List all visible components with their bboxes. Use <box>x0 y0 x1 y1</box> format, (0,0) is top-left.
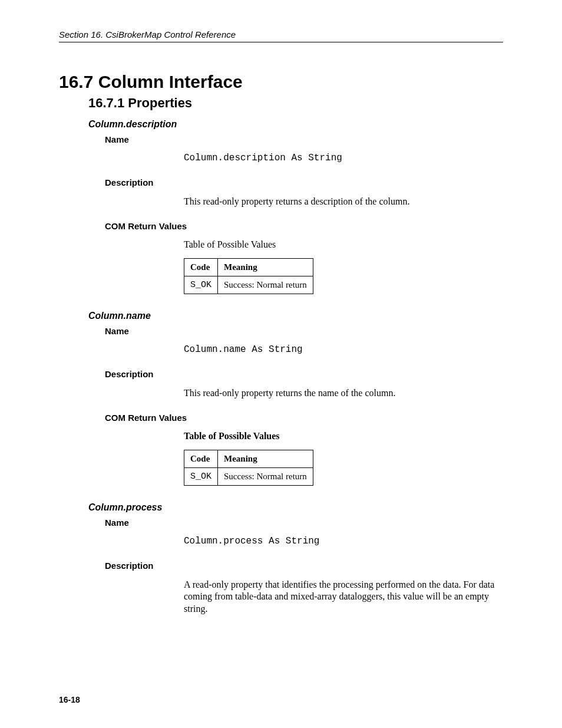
property-title-description: Column.description <box>88 119 503 130</box>
table-row: S_OK Success: Normal return <box>184 276 313 294</box>
col-header-meaning: Meaning <box>218 258 313 276</box>
code-signature: Column.process As String <box>184 536 503 546</box>
property-title-process: Column.process <box>88 502 503 513</box>
heading-section: 16.7 Column Interface <box>59 72 503 92</box>
page-number: 16-18 <box>59 695 80 704</box>
page: Section 16. CsiBrokerMap Control Referen… <box>0 0 562 728</box>
table-header-row: Code Meaning <box>184 258 313 276</box>
description-text: This read-only property returns a descri… <box>184 196 502 208</box>
label-description: Description <box>105 369 503 379</box>
table-caption: Table of Possible Values <box>184 239 503 250</box>
table-row: S_OK Success: Normal return <box>184 467 313 485</box>
running-header: Section 16. CsiBrokerMap Control Referen… <box>59 29 503 42</box>
table-header-row: Code Meaning <box>184 450 313 467</box>
description-text: This read-only property returns the name… <box>184 387 502 400</box>
cell-code: S_OK <box>184 467 218 485</box>
return-values-table: Code Meaning S_OK Success: Normal return <box>184 450 313 486</box>
col-header-code: Code <box>184 450 218 467</box>
label-name: Name <box>105 326 503 336</box>
label-name: Name <box>105 134 503 144</box>
cell-meaning: Success: Normal return <box>218 276 313 294</box>
label-description: Description <box>105 177 503 187</box>
return-values-table: Code Meaning S_OK Success: Normal return <box>184 258 313 294</box>
cell-code: S_OK <box>184 276 218 294</box>
code-signature: Column.name As String <box>184 344 503 355</box>
col-header-meaning: Meaning <box>218 450 313 467</box>
code-signature: Column.description As String <box>184 153 503 163</box>
code-mono-part: Column.name <box>184 344 246 355</box>
label-com-return-values: COM Return Values <box>105 413 503 423</box>
cell-meaning: Success: Normal return <box>218 467 313 485</box>
label-description: Description <box>105 561 503 571</box>
label-name: Name <box>105 518 503 528</box>
code-serif-part: As String <box>246 344 303 355</box>
description-text: A read-only property that identifies the… <box>184 579 502 615</box>
col-header-code: Code <box>184 258 218 276</box>
label-com-return-values: COM Return Values <box>105 221 503 231</box>
property-title-name: Column.name <box>88 311 503 321</box>
heading-subsection: 16.7.1 Properties <box>88 95 503 111</box>
table-caption: Table of Possible Values <box>184 431 503 442</box>
